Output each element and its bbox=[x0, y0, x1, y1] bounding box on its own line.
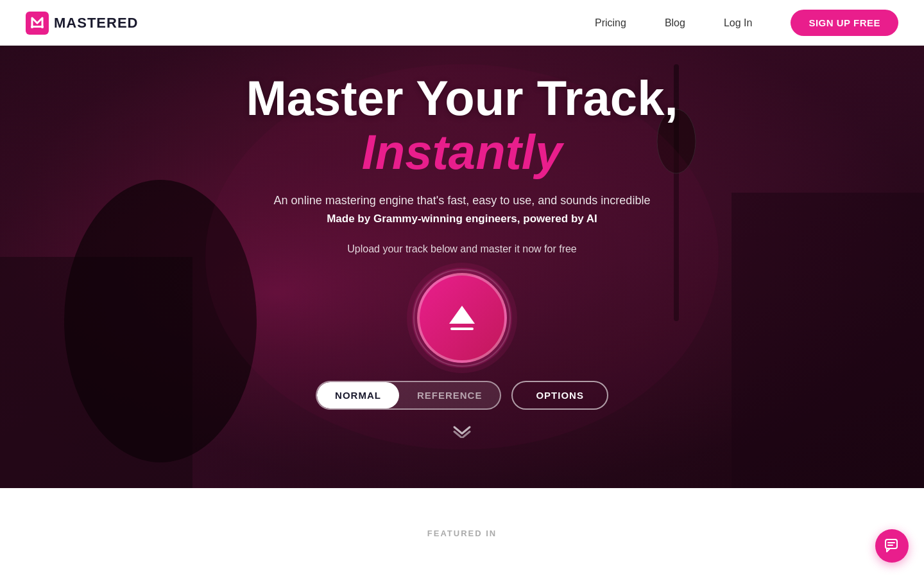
scroll-down-icon[interactable] bbox=[452, 425, 472, 438]
chat-button[interactable] bbox=[875, 529, 909, 563]
logo-text: MASTERED bbox=[54, 15, 138, 31]
upload-line-icon bbox=[450, 328, 474, 330]
upload-btn-container bbox=[417, 273, 507, 363]
featured-label: FEATURED IN bbox=[427, 529, 497, 538]
nav-links: Pricing Blog Log In SIGN UP FREE bbox=[595, 10, 898, 36]
svg-rect-1 bbox=[31, 26, 44, 28]
hero-upload-cta: Upload your track below and master it no… bbox=[347, 243, 577, 255]
normal-reference-toggle: NORMAL REFERENCE bbox=[316, 381, 501, 410]
svg-rect-11 bbox=[886, 539, 897, 548]
toggle-row: NORMAL REFERENCE OPTIONS bbox=[316, 381, 608, 410]
hero-subtitle1: An online mastering engine that's fast, … bbox=[274, 194, 651, 207]
hero-title-line2: Instantly bbox=[362, 125, 563, 179]
hero-content: Master Your Track, Instantly An online m… bbox=[0, 46, 924, 438]
signup-button[interactable]: SIGN UP FREE bbox=[791, 10, 898, 36]
upload-button[interactable] bbox=[417, 273, 507, 363]
chat-icon bbox=[885, 539, 899, 553]
upload-arrow-icon bbox=[449, 306, 475, 324]
hero-subtitle2: Made by Grammy-winning engineers, powere… bbox=[327, 213, 597, 225]
toggle-reference-button[interactable]: REFERENCE bbox=[399, 382, 501, 408]
hero-section: Master Your Track, Instantly An online m… bbox=[0, 0, 924, 488]
nav-link-blog[interactable]: Blog bbox=[665, 17, 685, 29]
hero-title-line1: Master Your Track, bbox=[246, 71, 678, 125]
featured-section: FEATURED IN bbox=[0, 488, 924, 578]
chevron-container bbox=[452, 425, 472, 438]
logo[interactable]: MASTERED bbox=[26, 12, 138, 35]
nav-link-pricing[interactable]: Pricing bbox=[595, 17, 626, 29]
nav-link-login[interactable]: Log In bbox=[724, 17, 752, 29]
logo-icon bbox=[26, 12, 49, 35]
options-button[interactable]: OPTIONS bbox=[511, 381, 608, 410]
navbar: MASTERED Pricing Blog Log In SIGN UP FRE… bbox=[0, 0, 924, 46]
toggle-normal-button[interactable]: NORMAL bbox=[317, 382, 399, 408]
